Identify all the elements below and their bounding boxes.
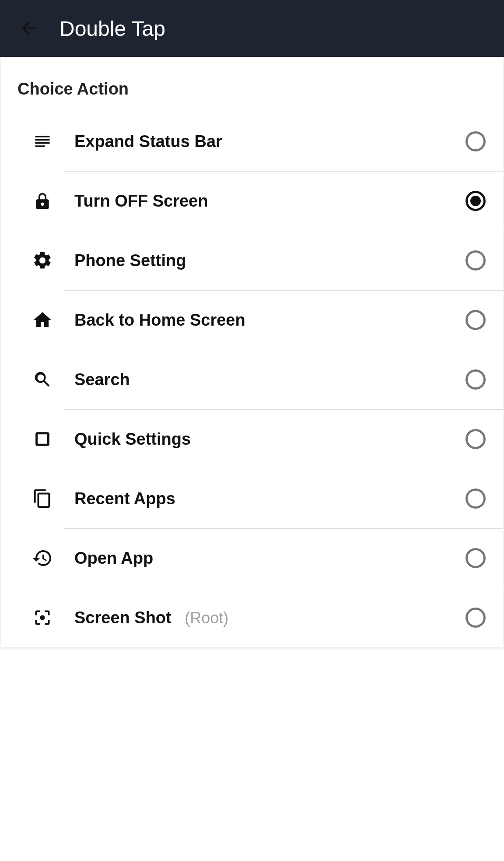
item-note: (Root) (185, 609, 228, 627)
action-item-recent-apps[interactable]: Recent Apps (1, 469, 503, 528)
search-icon (23, 369, 62, 390)
subject-icon (23, 132, 62, 151)
section-title: Choice Action (1, 80, 503, 112)
restore-icon (23, 548, 62, 569)
arrow-left-icon (18, 18, 39, 39)
radio-button[interactable] (466, 310, 486, 330)
action-item-screen-shot[interactable]: Screen Shot (Root) (1, 588, 503, 647)
radio-button[interactable] (466, 131, 486, 151)
item-label: Search (62, 370, 466, 389)
radio-button[interactable] (466, 191, 486, 211)
action-item-quick-settings[interactable]: Quick Settings (1, 409, 503, 469)
radio-button[interactable] (466, 548, 486, 568)
action-item-expand-status-bar[interactable]: Expand Status Bar (1, 112, 503, 171)
action-item-back-to-home[interactable]: Back to Home Screen (1, 290, 503, 350)
app-header: Double Tap (0, 0, 504, 57)
home-icon (23, 309, 62, 330)
item-label-text: Screen Shot (74, 608, 172, 627)
square-icon (23, 430, 62, 448)
item-label: Back to Home Screen (62, 311, 466, 330)
item-label: Quick Settings (62, 430, 466, 449)
item-label: Recent Apps (62, 489, 466, 508)
content-panel: Choice Action Expand Status Bar Turn OFF… (1, 58, 503, 647)
lock-icon (23, 191, 62, 211)
page-title: Double Tap (60, 17, 165, 41)
item-label: Turn OFF Screen (62, 192, 466, 211)
radio-button[interactable] (466, 608, 486, 628)
item-label: Phone Setting (62, 251, 466, 270)
copy-icon (23, 488, 62, 509)
svg-rect-0 (37, 433, 49, 445)
radio-button[interactable] (466, 369, 486, 390)
action-item-phone-setting[interactable]: Phone Setting (1, 231, 503, 290)
action-item-turn-off-screen[interactable]: Turn OFF Screen (1, 171, 503, 231)
item-label: Screen Shot (Root) (62, 608, 466, 627)
radio-button[interactable] (466, 429, 486, 449)
radio-button[interactable] (466, 250, 486, 271)
back-button[interactable] (16, 15, 42, 42)
item-label: Expand Status Bar (62, 132, 466, 151)
action-item-search[interactable]: Search (1, 350, 503, 409)
item-label: Open App (62, 549, 466, 568)
action-item-open-app[interactable]: Open App (1, 528, 503, 588)
radio-button[interactable] (466, 488, 486, 509)
gear-icon (23, 250, 62, 271)
center-focus-icon (23, 608, 62, 627)
